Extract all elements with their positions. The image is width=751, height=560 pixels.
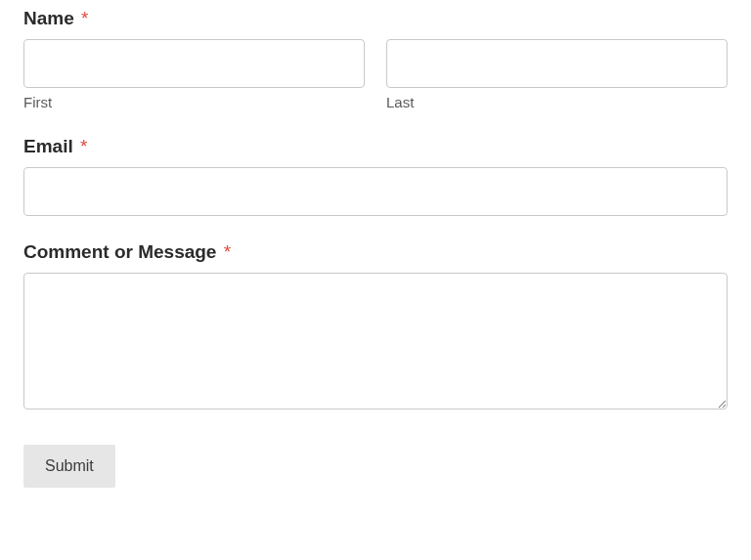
message-group: Comment or Message * xyxy=(23,241,728,413)
first-name-sublabel: First xyxy=(23,94,365,110)
email-label-text: Email xyxy=(23,136,73,156)
required-asterisk: * xyxy=(81,8,88,28)
submit-button[interactable]: Submit xyxy=(23,445,115,488)
message-textarea[interactable] xyxy=(23,273,728,409)
first-name-col: First xyxy=(23,39,365,110)
last-name-input[interactable] xyxy=(386,39,728,88)
name-label: Name * xyxy=(23,8,728,29)
name-row: First Last xyxy=(23,39,728,110)
contact-form: Name * First Last Email * Comment or Mes… xyxy=(23,8,728,488)
required-asterisk: * xyxy=(224,241,231,262)
required-asterisk: * xyxy=(80,136,87,156)
name-label-text: Name xyxy=(23,8,74,28)
last-name-sublabel: Last xyxy=(386,94,728,110)
email-group: Email * xyxy=(23,136,728,216)
message-label-text: Comment or Message xyxy=(23,241,216,262)
email-input[interactable] xyxy=(23,167,728,216)
email-label: Email * xyxy=(23,136,728,157)
name-group: Name * First Last xyxy=(23,8,728,110)
message-label: Comment or Message * xyxy=(23,241,728,263)
last-name-col: Last xyxy=(386,39,728,110)
first-name-input[interactable] xyxy=(23,39,365,88)
